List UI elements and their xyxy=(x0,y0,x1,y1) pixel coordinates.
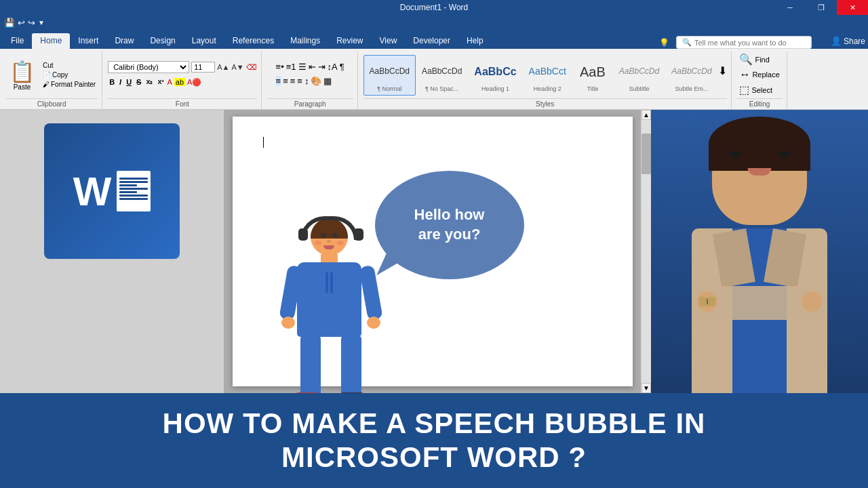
style-heading2-preview: AaBbCct xyxy=(529,58,566,85)
line-spacing-button[interactable]: ↕ xyxy=(304,76,309,86)
scroll-thumb[interactable] xyxy=(642,134,651,174)
font-color-button[interactable]: A xyxy=(167,78,172,86)
select-icon: ⬚ xyxy=(739,83,749,96)
char-cheek-right xyxy=(337,241,344,245)
tab-help[interactable]: Help xyxy=(458,33,492,49)
borders-button[interactable]: ▦ xyxy=(323,76,332,86)
select-button[interactable]: ⬚ Select xyxy=(739,83,772,96)
tab-references[interactable]: References xyxy=(224,33,282,49)
style-subtitle-label: Subtitle xyxy=(629,85,650,92)
strikethrough-button[interactable]: S xyxy=(135,77,142,87)
font-increase-button[interactable]: A▲ xyxy=(217,63,229,71)
window-controls: ─ ❐ ✕ xyxy=(774,0,868,15)
tab-draw[interactable]: Draw xyxy=(106,33,142,49)
undo-icon[interactable]: ↩ xyxy=(18,18,25,28)
person-eye-left xyxy=(729,150,741,159)
tab-mailings[interactable]: Mailings xyxy=(282,33,328,49)
find-button[interactable]: 🔍 Find xyxy=(739,53,769,66)
underline-button[interactable]: U xyxy=(125,77,133,87)
italic-button[interactable]: I xyxy=(118,77,123,87)
clipboard-label: Clipboard xyxy=(5,98,98,108)
doc-line-7 xyxy=(119,198,148,200)
shading-button[interactable]: 🎨 xyxy=(311,76,321,86)
paste-button[interactable]: 📋 Paste xyxy=(5,58,39,92)
headphone-left xyxy=(298,228,308,241)
restore-button[interactable]: ❐ xyxy=(806,0,837,15)
word-logo: W xyxy=(44,123,180,259)
tab-layout[interactable]: Layout xyxy=(184,33,224,49)
style-subtle-em[interactable]: AaBbCcDd Subtle Em... xyxy=(665,55,717,96)
align-left-button[interactable]: ≡ xyxy=(276,76,281,86)
style-heading1-label: Heading 1 xyxy=(481,85,509,92)
tell-me-input-container[interactable]: 🔍 xyxy=(676,36,812,49)
scroll-down-button[interactable]: ▼ xyxy=(642,383,651,393)
decrease-indent-button[interactable]: ⇤ xyxy=(309,62,316,72)
replace-icon: ↔ xyxy=(739,68,750,81)
person-mouth xyxy=(748,167,772,176)
style-normal[interactable]: AaBbCcDd ¶ Normal xyxy=(363,55,416,96)
numbering-button[interactable]: ≡1 xyxy=(286,62,296,72)
style-heading2-label: Heading 2 xyxy=(534,85,561,92)
increase-indent-button[interactable]: ⇥ xyxy=(318,62,326,72)
show-marks-button[interactable]: ¶ xyxy=(340,62,344,72)
document-content[interactable]: Hello how are you? xyxy=(233,117,633,386)
tell-me-input[interactable] xyxy=(694,39,803,47)
style-subtitle-preview: AaBbCcDd xyxy=(619,58,659,85)
redo-icon[interactable]: ↪ xyxy=(28,18,35,28)
editing-label: Editing xyxy=(737,98,783,108)
scroll-up-button[interactable]: ▲ xyxy=(642,110,651,120)
save-icon[interactable]: 💾 xyxy=(4,18,15,28)
doc-line-5 xyxy=(119,191,136,193)
style-subtitle[interactable]: AaBbCcDd Subtitle xyxy=(613,55,665,96)
hoodie-string-left xyxy=(326,272,328,293)
align-center-button[interactable]: ≡ xyxy=(283,76,288,86)
sidebar: W xyxy=(0,110,224,393)
format-painter-button[interactable]: 🖌 Format Painter xyxy=(41,80,98,89)
tab-design[interactable]: Design xyxy=(142,33,183,49)
font-group: Calibri (Body) A▲ A▼ ⌫ B I U S X₂ X² A a… xyxy=(104,52,261,109)
style-heading2[interactable]: AaBbCct Heading 2 xyxy=(523,55,572,96)
sort-button[interactable]: ↕A xyxy=(328,62,338,72)
font-size-input[interactable] xyxy=(191,62,215,73)
character-figure xyxy=(287,218,375,393)
tab-developer[interactable]: Developer xyxy=(405,33,458,49)
style-heading1[interactable]: AaBbCc Heading 1 xyxy=(468,55,522,96)
clear-format-button[interactable]: ⌫ xyxy=(246,63,257,72)
font-decrease-button[interactable]: A▼ xyxy=(231,63,243,71)
styles-more-button[interactable]: ⬇ xyxy=(718,64,727,85)
tab-file[interactable]: File xyxy=(3,33,32,49)
scroll-track[interactable] xyxy=(642,120,651,383)
multilevel-button[interactable]: ☰ xyxy=(298,62,307,72)
justify-button[interactable]: ≡ xyxy=(297,76,302,86)
customize-qat-icon[interactable]: ▼ xyxy=(38,19,45,26)
font-family-select[interactable]: Calibri (Body) xyxy=(108,61,189,73)
align-right-button[interactable]: ≡ xyxy=(290,76,296,86)
tab-insert[interactable]: Insert xyxy=(70,33,106,49)
doc-line-6 xyxy=(119,195,148,197)
highlight-color-button[interactable]: ab xyxy=(174,78,185,86)
close-button[interactable]: ✕ xyxy=(837,0,868,15)
document-page[interactable]: Hello how are you? xyxy=(233,117,633,386)
superscript-button[interactable]: X² xyxy=(156,78,165,86)
app-title: Document1 - Word xyxy=(400,3,468,12)
para-row-top: ≡• ≡1 ☰ ⇤ ⇥ ↕A ¶ xyxy=(276,62,344,72)
quick-access-toolbar: 💾 ↩ ↪ ▼ xyxy=(0,15,868,30)
style-subtle-em-label: Subtle Em... xyxy=(675,85,708,92)
subscript-button[interactable]: X₂ xyxy=(144,78,154,86)
font-color-button2[interactable]: A🔴 xyxy=(187,78,201,87)
cut-button[interactable]: Cut xyxy=(41,61,98,70)
share-button[interactable]: Share xyxy=(844,37,865,46)
style-title[interactable]: AaB Title xyxy=(572,55,613,96)
replace-button[interactable]: ↔ Replace xyxy=(739,68,779,81)
char-leg-left xyxy=(300,336,321,393)
minimize-button[interactable]: ─ xyxy=(774,0,806,15)
bullets-button[interactable]: ≡• xyxy=(276,62,284,72)
copy-button[interactable]: 📄 Copy xyxy=(41,70,98,79)
character-body xyxy=(297,262,361,337)
tab-review[interactable]: Review xyxy=(328,33,371,49)
tab-home[interactable]: Home xyxy=(32,33,70,49)
bold-button[interactable]: B xyxy=(108,77,116,87)
tab-view[interactable]: View xyxy=(372,33,406,49)
style-no-spacing[interactable]: AaBbCcDd ¶ No Spac... xyxy=(416,55,468,96)
speech-bubble: Hello how are you? xyxy=(375,171,531,286)
